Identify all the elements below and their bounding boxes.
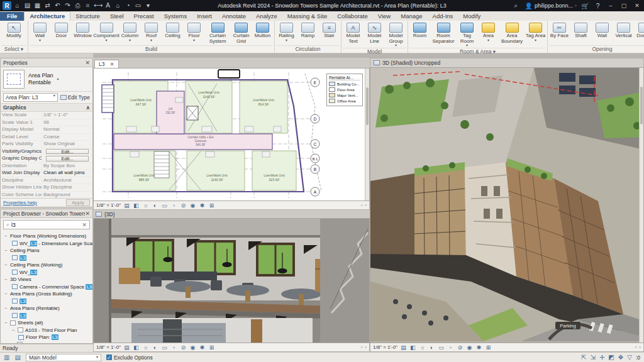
visual-style-icon[interactable]: ◧ (133, 344, 140, 351)
tool-floor[interactable]: Floor▾ (184, 21, 204, 42)
collapse-icon[interactable]: − (4, 262, 8, 268)
open-icon[interactable]: ▤ (23, 2, 31, 9)
browser-search[interactable]: ⌕ ✕ (3, 220, 90, 229)
tab-systems[interactable]: Systems (159, 12, 192, 21)
tool-curtain-grid[interactable]: Curtain Grid (231, 21, 252, 44)
temporary-hide-isolate-icon[interactable]: ⊘ (457, 344, 464, 351)
shaded-3d-viewport[interactable]: # (370, 67, 644, 343)
tree-item-wv-l3-dimensions-large-scale[interactable]: WV_L3 - Dimensions Large Scale (2, 240, 92, 248)
close-icon[interactable]: ✕ (85, 60, 90, 66)
property-row-discipline[interactable]: DisciplineArchitectural (1, 177, 92, 185)
panel-label-select[interactable]: Select ▾ (1, 45, 26, 53)
tab-annotate[interactable]: Annotate (217, 12, 251, 21)
section-view-header[interactable]: {3D} (93, 210, 370, 218)
vertical-scrollbar[interactable] (365, 69, 369, 200)
collapse-icon[interactable]: ∧ (86, 104, 90, 111)
tool-modify[interactable]: ↖Modify (1, 21, 26, 39)
thin-lines-icon[interactable]: ▭ (134, 2, 142, 9)
show-constraints-icon[interactable]: ⊞ (208, 202, 215, 209)
tool-tag-area[interactable]: Tag Area▾ (525, 21, 546, 42)
tree-item-l3[interactable]: L3 (2, 255, 92, 262)
property-row-wall-join-display[interactable]: Wall Join DisplayClean all wall joins (1, 170, 92, 177)
view-scale-button[interactable]: 1/8" = 1'-0" (96, 202, 121, 208)
active-workset-select[interactable]: Main Model ▾ (26, 354, 101, 361)
section-3d-viewport[interactable] (93, 218, 370, 343)
shadows-icon[interactable]: ◐ (152, 344, 158, 351)
tool-vertical[interactable]: Vertical (613, 21, 634, 39)
print-icon[interactable]: ⎙ (74, 2, 82, 9)
scroll-right-icon[interactable]: › (365, 202, 367, 208)
detail-level-icon[interactable]: ▤ (400, 344, 407, 351)
tool-wall[interactable]: Wall (592, 21, 613, 39)
save-icon[interactable]: ▦ (33, 2, 42, 9)
search-icon[interactable]: ⌕ (512, 2, 520, 9)
tool-tag-room[interactable]: Tag Room▾ (457, 21, 477, 47)
property-row-orientation[interactable]: OrientationBy Scope Box (1, 163, 92, 170)
tool-room[interactable]: Room (409, 21, 430, 39)
show-constraints-icon[interactable]: ⊞ (485, 344, 492, 351)
property-row-parts-visibility[interactable]: Parts VisibilityShow Original (1, 141, 92, 148)
scroll-right-icon[interactable]: › (365, 344, 367, 350)
tree-item-wv-l3[interactable]: WV_L3 (2, 269, 92, 277)
close-button[interactable]: ✕ (633, 3, 641, 9)
text-icon[interactable]: A (104, 2, 112, 9)
panel-label-opening[interactable]: Opening (549, 45, 644, 53)
measure-icon[interactable]: ⌗ (84, 2, 92, 9)
reveal-hidden-elements-icon[interactable]: ◉ (189, 344, 196, 351)
tree-item-sheets-all[interactable]: −Sheets (all) (2, 319, 92, 327)
account-menu[interactable]: 👤 philippe.bonn... ▾ (525, 3, 577, 9)
color-scheme-legend[interactable]: Rentable Ar... Building Co...Floor AreaM… (326, 74, 363, 106)
edit-type-button[interactable]: Edit Type (60, 94, 90, 101)
tool-wall[interactable]: Wall▾ (30, 21, 50, 42)
tab-precast[interactable]: Precast (129, 12, 159, 21)
tree-item-a110-third-floor-ceiling-plan[interactable]: −A110 - Third Floor Ceiling Plan (2, 341, 92, 344)
temporary-hide-isolate-icon[interactable]: ⊘ (180, 344, 187, 351)
undo-icon[interactable]: ↶ (53, 2, 62, 9)
tool-component[interactable]: Component▾ (94, 21, 119, 42)
collapse-icon[interactable]: − (4, 248, 8, 253)
scroll-left-icon[interactable]: ‹ (361, 202, 363, 208)
view-scale-button[interactable]: 1/8" = 1'-0" (96, 344, 121, 350)
temporary-view-properties-icon[interactable]: ✱ (199, 202, 206, 209)
tool-model-group[interactable]: Model Group▾ (386, 21, 406, 47)
tool-shaft[interactable]: Shaft (570, 21, 591, 39)
view-scale-button[interactable]: 1/8" = 1'-0" (373, 344, 397, 350)
help-icon[interactable]: ? (594, 3, 602, 9)
filter-icon[interactable]: ▽ (627, 354, 632, 361)
property-row-visibility-graphics[interactable]: Visibility/Graphics ...Edit... (1, 148, 92, 156)
tool-stair[interactable]: ≡Stair (319, 21, 340, 39)
revit-logo-icon[interactable]: R (3, 1, 11, 10)
redo-icon[interactable]: ↷ (64, 2, 72, 9)
tool-model-text[interactable]: AModel Text (343, 21, 364, 44)
sync-icon[interactable]: ⇄ (43, 2, 52, 9)
sun-path-icon[interactable]: ☼ (142, 202, 149, 209)
scroll-right-icon[interactable]: › (639, 344, 641, 350)
tool-by-face[interactable]: ✂By Face (549, 21, 570, 39)
crop-view-icon[interactable]: ▭ (161, 344, 168, 351)
collapse-icon[interactable]: − (12, 327, 16, 333)
tab-architecture[interactable]: Architecture (24, 11, 70, 21)
tree-item-floor-plans-working-dimensions[interactable]: −Floor Plans (Working Dimensions) (2, 233, 92, 240)
tree-item-3d-views[interactable]: −3D Views (2, 276, 92, 283)
tab-modify[interactable]: Modify (458, 12, 486, 21)
tab-steel[interactable]: Steel (105, 12, 129, 21)
customize-qat-icon[interactable]: ▾ (144, 2, 152, 9)
tool-dormer[interactable]: Dormer (635, 21, 644, 39)
tree-item-area-plans-gross-building[interactable]: −Area Plans (Gross Building) (2, 290, 92, 298)
view-tab-l3[interactable]: L3 ✕ (94, 60, 119, 68)
property-row-scale-value-1[interactable]: Scale Value 1:96 (1, 119, 92, 127)
default-3d-view-icon[interactable]: ⌂ (114, 2, 122, 9)
tool-area[interactable]: Area▾ (478, 21, 499, 42)
scroll-left-icon[interactable]: ‹ (361, 344, 363, 350)
aligned-dimension-icon[interactable]: ⟷ (94, 2, 102, 9)
tree-item-ceiling-plans[interactable]: −Ceiling Plans (2, 247, 92, 255)
crop-view-icon[interactable]: ▭ (438, 344, 445, 351)
property-button-edit[interactable]: Edit... (46, 156, 89, 162)
reveal-hidden-elements-icon[interactable]: ◉ (466, 344, 473, 351)
worksets-icon[interactable]: ▥ (4, 354, 9, 361)
shadows-icon[interactable]: ◐ (152, 202, 158, 209)
instance-selector[interactable]: Area Plan: L3 ▾ (3, 93, 58, 102)
shadows-icon[interactable]: ◐ (428, 344, 435, 351)
tree-item-l3[interactable]: L3 (2, 298, 92, 305)
select-by-face-icon[interactable]: ◩ (608, 354, 614, 361)
